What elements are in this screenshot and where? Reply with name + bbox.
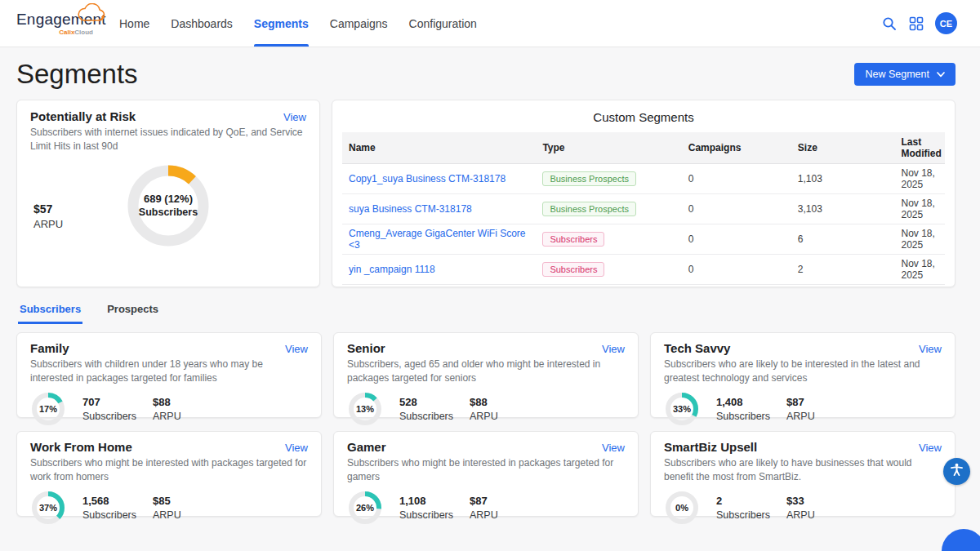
segment-name-link[interactable]: suya Business CTM-318178 xyxy=(349,203,472,215)
subscriber-count: 528 xyxy=(399,396,453,408)
segment-name-link[interactable]: Copy1_suya Business CTM-318178 xyxy=(349,173,506,184)
chat-button[interactable] xyxy=(942,529,980,551)
segment-donut-chart: 26% xyxy=(347,490,383,526)
segment-donut-chart: 33% xyxy=(664,391,700,427)
arpu-stat: $88 ARPU xyxy=(470,396,498,422)
campaigns-cell: 0 xyxy=(682,193,791,224)
custom-segments-title: Custom Segments xyxy=(342,110,945,124)
last-modified-cell: Nov 18, 2025 xyxy=(895,163,945,193)
segment-view-link[interactable]: View xyxy=(919,343,942,355)
type-badge: Business Prospects xyxy=(542,171,636,187)
subscriber-count: 1,568 xyxy=(82,495,136,507)
nav-item-dashboards[interactable]: Dashboards xyxy=(171,0,233,47)
segment-card-title: Family xyxy=(30,341,69,355)
segment-view-link[interactable]: View xyxy=(602,343,625,355)
segment-name-link[interactable]: Cmeng_Average GigaCenter WiFi Score <3 xyxy=(349,228,526,251)
segment-card-stats: 17% 707 Subscribers $88 ARPU xyxy=(30,391,308,427)
table-row: yin _campaign 1118 Subscribers 0 2 Nov 1… xyxy=(342,254,945,284)
new-segment-button[interactable]: New Segment xyxy=(854,63,956,86)
segment-card-tech-savvy: Tech Savvy View Subscribers who are like… xyxy=(650,332,956,418)
top-cards-row: Potentially at Risk View Subscribers wit… xyxy=(16,100,956,287)
segment-percent-label: 26% xyxy=(347,490,383,526)
segment-card-description: Subscribers who might be interested with… xyxy=(30,456,308,484)
chevron-down-icon xyxy=(937,69,945,80)
campaigns-cell: 0 xyxy=(682,163,791,193)
nav-item-configuration[interactable]: Configuration xyxy=(409,0,477,47)
segment-card-title: Work From Home xyxy=(30,440,132,454)
arpu-value: $88 xyxy=(153,396,181,408)
segment-percent-label: 0% xyxy=(664,490,700,526)
apps-grid-icon[interactable] xyxy=(908,16,924,32)
table-row: Copy1_suya Business CTM-318178 Business … xyxy=(342,163,945,193)
last-modified-cell: Nov 18, 2025 xyxy=(895,254,945,284)
arpu-stat: $87 ARPU xyxy=(786,396,815,422)
search-icon[interactable] xyxy=(881,16,898,32)
nav-item-segments[interactable]: Segments xyxy=(254,0,309,47)
new-segment-label: New Segment xyxy=(865,69,929,80)
segment-donut-chart: 17% xyxy=(30,391,66,427)
tab-subscribers[interactable]: Subscribers xyxy=(18,303,82,324)
page-title: Segments xyxy=(16,59,138,90)
segment-view-link[interactable]: View xyxy=(285,343,308,355)
table-row: suya Business CTM-318178 Business Prospe… xyxy=(342,193,945,224)
segment-card-gamer: Gamer View Subscribers who might be inte… xyxy=(333,431,639,517)
column-header-type: Type xyxy=(536,132,681,164)
segment-card-description: Subscribers, aged 65 and older who might… xyxy=(347,358,625,385)
arpu-value: $85 xyxy=(153,495,181,507)
subscribers-stat: 1,568 Subscribers xyxy=(82,495,136,521)
subscriber-count: 2 xyxy=(716,495,770,507)
subscriber-label: Subscribers xyxy=(716,509,770,521)
table-row: yuyuyuyu Business Prospects 0 0 Nov 18, … xyxy=(342,284,945,287)
segment-card-senior: Senior View Subscribers, aged 65 and old… xyxy=(333,332,639,418)
segment-card-stats: 0% 2 Subscribers $33 ARPU xyxy=(664,490,942,526)
risk-subscriber-label: Subscribers xyxy=(139,207,198,218)
type-badge: Subscribers xyxy=(542,262,604,278)
segment-card-stats: 37% 1,568 Subscribers $85 ARPU xyxy=(30,490,308,526)
arpu-label: ARPU xyxy=(153,411,181,422)
nav-item-home[interactable]: Home xyxy=(119,0,149,47)
last-modified-cell: Nov 18, 2025 xyxy=(895,224,945,254)
size-cell: 6 xyxy=(791,224,895,254)
subscriber-count: 1,408 xyxy=(716,396,770,408)
subscriber-count: 707 xyxy=(82,396,136,408)
campaigns-cell: 0 xyxy=(682,254,791,284)
size-cell: 2 xyxy=(791,254,895,284)
nav-item-campaigns[interactable]: Campaigns xyxy=(330,0,388,47)
tab-prospects[interactable]: Prospects xyxy=(105,303,160,324)
segment-card-smartbiz-upsell: SmartBiz Upsell View Subscribers who are… xyxy=(650,431,956,517)
user-avatar[interactable]: CE xyxy=(935,12,957,34)
subscriber-label: Subscribers xyxy=(82,509,136,521)
segment-view-link[interactable]: View xyxy=(919,442,942,454)
risk-arpu-stat: $57 ARPU xyxy=(33,202,63,230)
subscriber-label: Subscribers xyxy=(399,411,453,422)
segment-card-description: Subscribers with children under 18 years… xyxy=(30,358,308,385)
segment-view-link[interactable]: View xyxy=(602,442,625,454)
segment-percent-label: 37% xyxy=(30,490,66,526)
last-modified-cell: Nov 18, 2025 xyxy=(895,284,945,287)
segment-card-title: Gamer xyxy=(347,440,386,454)
segment-view-link[interactable]: View xyxy=(285,442,308,454)
size-cell: 1,103 xyxy=(791,163,895,193)
arpu-label: ARPU xyxy=(786,411,815,422)
risk-donut-chart: 689 (12%) Subscribers xyxy=(127,165,209,247)
page-header: Segments New Segment xyxy=(16,59,956,90)
segment-card-title: Tech Savvy xyxy=(664,341,730,355)
table-header-row: Name Type Campaigns Size Last Modified xyxy=(342,132,945,164)
navbar-actions: CE xyxy=(881,12,980,34)
arpu-stat: $33 ARPU xyxy=(786,495,815,521)
risk-view-link[interactable]: View xyxy=(283,111,306,123)
subscriber-label: Subscribers xyxy=(716,411,770,422)
size-cell: 0 xyxy=(791,284,895,287)
segment-name-link[interactable]: yin _campaign 1118 xyxy=(349,264,435,275)
engagement-logo: Engagement CalixCloud xyxy=(16,11,95,36)
segment-card-description: Subscribers who are likely to have busin… xyxy=(664,456,942,484)
subscribers-stat: 528 Subscribers xyxy=(399,396,453,422)
segment-percent-label: 33% xyxy=(664,391,700,427)
segment-donut-chart: 37% xyxy=(30,490,66,526)
segment-card-title: SmartBiz Upsell xyxy=(664,440,757,454)
arpu-stat: $85 ARPU xyxy=(153,495,181,521)
accessibility-button[interactable] xyxy=(943,458,970,485)
last-modified-cell: Nov 18, 2025 xyxy=(895,193,945,224)
segment-card-stats: 26% 1,108 Subscribers $87 ARPU xyxy=(347,490,625,526)
segment-card-stats: 33% 1,408 Subscribers $87 ARPU xyxy=(664,391,942,427)
